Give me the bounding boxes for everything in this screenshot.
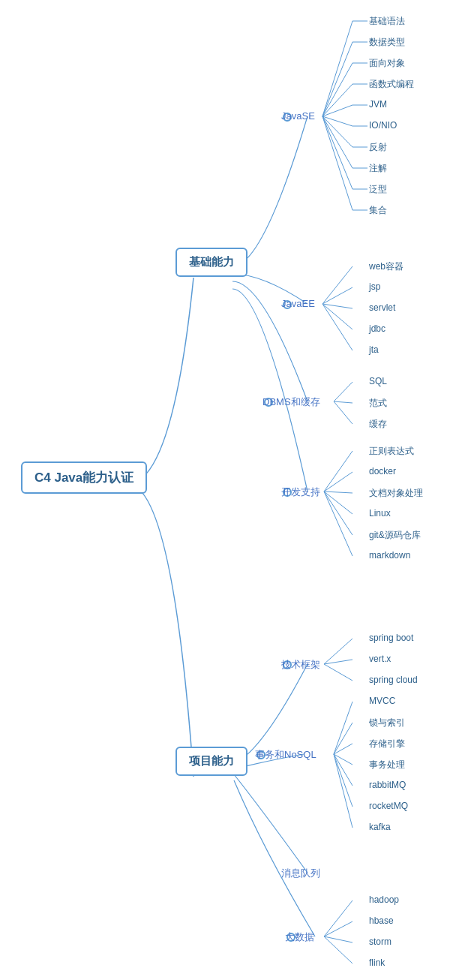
node-JavaEE: JavaEE bbox=[281, 298, 292, 309]
leaf-函数式编程: 函数式编程 bbox=[369, 78, 414, 91]
leaf-JVM: JVM bbox=[369, 99, 387, 110]
leaf-注解: 注解 bbox=[369, 162, 387, 175]
label-基础能力: 基础能力 bbox=[189, 255, 234, 268]
svg-line-21 bbox=[324, 492, 352, 514]
leaf-kafka: kafka bbox=[369, 822, 391, 832]
leaf-jta: jta bbox=[369, 344, 379, 355]
svg-line-32 bbox=[334, 754, 352, 807]
svg-line-28 bbox=[334, 723, 352, 754]
svg-line-26 bbox=[324, 664, 352, 681]
svg-line-3 bbox=[322, 84, 352, 116]
leaf-SQL: SQL bbox=[369, 376, 387, 386]
svg-line-36 bbox=[324, 936, 352, 942]
svg-line-30 bbox=[334, 754, 352, 765]
label-技术框架: 技术框架 bbox=[281, 658, 320, 672]
svg-line-29 bbox=[334, 744, 352, 754]
leaf-面向对象: 面向对象 bbox=[369, 57, 405, 70]
label-开发支持: 开发支持 bbox=[281, 485, 320, 499]
label-DBMS: DBMS和缓存 bbox=[262, 395, 320, 409]
label-事务和NoSQL: 事务和NoSQL bbox=[255, 748, 316, 762]
leaf-Linux: Linux bbox=[369, 508, 391, 519]
leaf-web容器: web容器 bbox=[369, 260, 404, 273]
label-大数据: 大数据 bbox=[285, 930, 314, 944]
node-项目能力: 项目能力 bbox=[176, 747, 248, 776]
leaf-vert-x: vert.x bbox=[369, 654, 391, 664]
leaf-spring-boot: spring boot bbox=[369, 633, 413, 643]
svg-line-6 bbox=[322, 116, 352, 147]
label-JavaEE: JavaEE bbox=[281, 298, 315, 309]
svg-line-20 bbox=[324, 492, 352, 493]
svg-line-5 bbox=[322, 116, 352, 126]
svg-line-15 bbox=[334, 382, 352, 401]
leaf-锁与索引: 锁与索引 bbox=[369, 717, 405, 729]
leaf-hadoop: hadoop bbox=[369, 894, 399, 905]
leaf-反射: 反射 bbox=[369, 141, 387, 154]
svg-line-9 bbox=[322, 116, 352, 210]
leaf-git: git&源码仓库 bbox=[369, 529, 421, 542]
leaf-hbase: hbase bbox=[369, 915, 394, 926]
svg-line-13 bbox=[322, 304, 352, 329]
leaf-文档对象处理: 文档对象处理 bbox=[369, 487, 423, 500]
label-项目能力: 项目能力 bbox=[189, 754, 234, 767]
label-消息队列: 消息队列 bbox=[281, 867, 320, 880]
svg-line-23 bbox=[324, 492, 352, 556]
leaf-泛型: 泛型 bbox=[369, 183, 387, 196]
svg-line-14 bbox=[322, 304, 352, 350]
node-JavaSE: JavaSE bbox=[281, 110, 292, 122]
svg-line-37 bbox=[324, 936, 352, 963]
leaf-MVCC: MVCC bbox=[369, 696, 395, 706]
svg-line-4 bbox=[322, 105, 352, 116]
svg-line-7 bbox=[322, 116, 352, 168]
svg-line-0 bbox=[322, 21, 352, 116]
leaf-集合: 集合 bbox=[369, 204, 387, 217]
leaf-存储引擎: 存储引擎 bbox=[369, 738, 405, 750]
leaf-storm: storm bbox=[369, 936, 392, 947]
leaf-servlet: servlet bbox=[369, 302, 395, 313]
svg-line-25 bbox=[324, 660, 352, 664]
leaf-基础语法: 基础语法 bbox=[369, 15, 405, 28]
leaf-jdbc: jdbc bbox=[369, 323, 386, 334]
leaf-事务处理: 事务处理 bbox=[369, 759, 405, 771]
leaf-rabbitMQ: rabbitMQ bbox=[369, 780, 406, 790]
leaf-IO/NIO: IO/NIO bbox=[369, 120, 397, 131]
svg-line-18 bbox=[324, 451, 352, 492]
svg-line-8 bbox=[322, 116, 352, 189]
label-JavaSE: JavaSE bbox=[281, 110, 315, 122]
svg-line-35 bbox=[324, 921, 352, 936]
leaf-jsp: jsp bbox=[369, 281, 380, 292]
leaf-范式: 范式 bbox=[369, 397, 387, 410]
leaf-缓存: 缓存 bbox=[369, 418, 387, 431]
svg-line-17 bbox=[334, 401, 352, 424]
leaf-docker: docker bbox=[369, 466, 396, 476]
svg-line-19 bbox=[324, 472, 352, 492]
svg-line-24 bbox=[324, 639, 352, 664]
node-大数据: 大数据 bbox=[285, 930, 296, 942]
root-label: C4 Java能力认证 bbox=[34, 470, 134, 485]
svg-line-1 bbox=[322, 42, 352, 116]
svg-line-12 bbox=[322, 304, 352, 308]
leaf-正则表达式: 正则表达式 bbox=[369, 445, 414, 458]
svg-line-2 bbox=[322, 63, 352, 116]
svg-line-33 bbox=[334, 754, 352, 828]
leaf-spring-cloud: spring cloud bbox=[369, 675, 418, 685]
mind-map: C4 Java能力认证 基础能力 项目能力 JavaSE JavaEE DBMS… bbox=[0, 0, 474, 980]
leaf-flink: flink bbox=[369, 957, 385, 968]
node-技术框架: 技术框架 bbox=[281, 658, 292, 669]
node-开发支持: 开发支持 bbox=[281, 485, 292, 497]
node-DBMS: DBMS和缓存 bbox=[262, 395, 273, 407]
svg-line-10 bbox=[322, 266, 352, 304]
leaf-markdown: markdown bbox=[369, 550, 410, 561]
leaf-数据类型: 数据类型 bbox=[369, 36, 405, 49]
svg-line-22 bbox=[324, 492, 352, 535]
node-基础能力: 基础能力 bbox=[176, 248, 248, 277]
root-node: C4 Java能力认证 bbox=[21, 461, 147, 494]
svg-line-11 bbox=[322, 287, 352, 304]
svg-line-31 bbox=[334, 754, 352, 786]
leaf-rocketMQ: rocketMQ bbox=[369, 801, 408, 811]
node-事务和NoSQL: 事务和NoSQL bbox=[255, 748, 266, 759]
svg-line-34 bbox=[324, 900, 352, 936]
svg-line-27 bbox=[334, 702, 352, 754]
svg-line-16 bbox=[334, 401, 352, 403]
